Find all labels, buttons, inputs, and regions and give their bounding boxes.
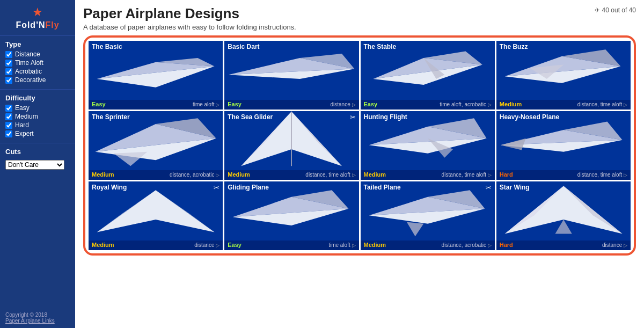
- grid-wrapper: The Basic Easy time aloft ▷ Basic Dart E…: [83, 35, 636, 256]
- bookmark-icon: ▷: [624, 102, 627, 107]
- card-tags: distance, time aloft ▷: [577, 172, 627, 178]
- card-tags: distance, time aloft ▷: [442, 172, 492, 178]
- cuts-section: Cuts Don't Care No Cuts With Cuts: [0, 143, 75, 174]
- bookmark-icon: ▷: [624, 172, 627, 178]
- filter-decorative[interactable]: Decorative: [5, 76, 70, 84]
- bookmark-icon: ▷: [488, 172, 492, 178]
- card-title: Star Wing: [500, 184, 530, 191]
- svg-marker-30: [97, 190, 215, 232]
- card-tags: time aloft, acrobatic ▷: [440, 101, 491, 107]
- logo-fly: Fly: [46, 20, 60, 30]
- paper-airplane-links[interactable]: Paper Airplane Links: [5, 318, 55, 324]
- card-title: The Basic: [92, 43, 122, 50]
- copyright-text: Copyright © 2018: [5, 312, 70, 318]
- svg-marker-16: [114, 151, 148, 166]
- card-tags: time aloft ▷: [328, 242, 355, 248]
- sidebar-footer: Copyright © 2018 Paper Airplane Links: [0, 308, 75, 328]
- difficulty-badge: Easy: [364, 101, 378, 107]
- card-title: Tailed Plane: [364, 184, 401, 191]
- difficulty-badge: Hard: [500, 171, 513, 178]
- filter-time-aloft[interactable]: Time Aloft: [5, 59, 70, 67]
- bookmark-icon: ▷: [352, 102, 356, 107]
- plane-card[interactable]: The Sprinter Medium distance, acrobatic …: [89, 111, 223, 180]
- plane-card[interactable]: Royal Wing ✂ Medium distance ▷: [89, 181, 223, 250]
- time-aloft-label: Time Aloft: [15, 59, 43, 67]
- bookmark-icon: ▷: [216, 243, 219, 248]
- cuts-label: Cuts: [5, 148, 70, 156]
- plane-card[interactable]: Hunting Flight Medium distance, time alo…: [361, 111, 495, 180]
- bookmark-icon: ▷: [352, 243, 356, 248]
- difficulty-badge: Medium: [92, 171, 114, 178]
- type-filter-section: Type Distance Time Aloft Acrobatic Decor…: [0, 36, 75, 90]
- hard-checkbox[interactable]: [5, 122, 12, 129]
- medium-checkbox[interactable]: [5, 113, 12, 120]
- easy-checkbox[interactable]: [5, 105, 12, 112]
- easy-label: Easy: [15, 104, 30, 112]
- page-title: Paper Airplane Designs: [83, 5, 636, 22]
- distance-checkbox[interactable]: [5, 51, 12, 58]
- bookmark-icon: ▷: [624, 243, 627, 248]
- plane-card[interactable]: The Basic Easy time aloft ▷: [89, 41, 223, 110]
- main-content: Paper Airplane Designs A database of pap…: [75, 0, 644, 328]
- card-tags: distance, acrobatic ▷: [170, 172, 219, 178]
- filter-medium[interactable]: Medium: [5, 113, 70, 120]
- bookmark-icon: ▷: [216, 102, 219, 107]
- bookmark-icon: ▷: [488, 243, 492, 248]
- plane-card[interactable]: The Stable Easy time aloft, acrobatic ▷: [361, 41, 495, 110]
- scissors-icon: ✂: [350, 113, 356, 121]
- difficulty-badge: Easy: [228, 242, 241, 248]
- plane-card[interactable]: Gliding Plane Easy time aloft ▷: [224, 181, 358, 250]
- svg-marker-39: [407, 222, 423, 236]
- card-tags: distance ▷: [330, 101, 355, 107]
- logo-star-icon: ★: [4, 5, 71, 19]
- difficulty-badge: Medium: [364, 242, 386, 248]
- filter-expert[interactable]: Expert: [5, 130, 70, 137]
- card-tags: distance ▷: [194, 242, 219, 248]
- plane-card[interactable]: Heavy-Nosed Plane Hard distance, time al…: [496, 111, 631, 180]
- difficulty-filter-section: Difficulty Easy Medium Hard Expert: [0, 90, 75, 143]
- card-tags: distance ▷: [602, 242, 627, 248]
- card-tags: distance, time aloft ▷: [305, 172, 355, 178]
- plane-card[interactable]: The Buzz Medium distance, time aloft ▷: [496, 41, 631, 110]
- svg-marker-43: [555, 220, 572, 234]
- card-title: Royal Wing: [92, 184, 127, 191]
- cuts-select[interactable]: Don't Care No Cuts With Cuts: [5, 160, 64, 170]
- bookmark-icon: ▷: [352, 172, 356, 178]
- decorative-label: Decorative: [15, 76, 46, 84]
- card-title: The Stable: [364, 43, 397, 50]
- card-title: The Sea Glider: [228, 113, 273, 121]
- hard-label: Hard: [15, 121, 29, 129]
- acrobatic-label: Acrobatic: [15, 68, 42, 75]
- decorative-checkbox[interactable]: [5, 77, 12, 84]
- plane-card[interactable]: Tailed Plane ✂ Medium distance, acrobati…: [361, 181, 495, 250]
- acrobatic-checkbox[interactable]: [5, 68, 12, 75]
- filter-hard[interactable]: Hard: [5, 121, 70, 129]
- card-tags: distance, acrobatic ▷: [442, 242, 492, 248]
- card-tags: time aloft ▷: [193, 101, 219, 107]
- card-title: The Sprinter: [92, 113, 130, 121]
- plane-card[interactable]: Basic Dart Easy distance ▷: [224, 41, 358, 110]
- card-title: The Buzz: [500, 43, 528, 50]
- filter-easy[interactable]: Easy: [5, 104, 70, 112]
- time-aloft-checkbox[interactable]: [5, 60, 12, 67]
- distance-label: Distance: [15, 50, 40, 58]
- card-title: Gliding Plane: [228, 184, 269, 191]
- expert-label: Expert: [15, 130, 34, 137]
- main-header: Paper Airplane Designs A database of pap…: [83, 5, 636, 31]
- scissors-icon: ✂: [486, 184, 492, 192]
- bookmark-icon: ▷: [216, 172, 219, 178]
- filter-acrobatic[interactable]: Acrobatic: [5, 68, 70, 75]
- planes-grid: The Basic Easy time aloft ▷ Basic Dart E…: [89, 41, 631, 250]
- card-tags: distance, time aloft ▷: [577, 101, 627, 107]
- expert-checkbox[interactable]: [5, 130, 12, 137]
- bookmark-icon: ▷: [488, 102, 492, 107]
- svg-marker-28: [501, 138, 526, 150]
- plane-card[interactable]: Star Wing Hard distance ▷: [496, 181, 631, 250]
- difficulty-badge: Easy: [228, 101, 241, 107]
- filter-distance[interactable]: Distance: [5, 50, 70, 58]
- difficulty-label: Difficulty: [5, 94, 70, 102]
- logo-area[interactable]: ★ Fold'NFly: [0, 0, 75, 36]
- plane-card[interactable]: The Sea Glider ✂ Medium distance, time a…: [224, 111, 358, 180]
- difficulty-badge: Medium: [500, 101, 522, 107]
- page-subtitle: A database of paper airplanes with easy …: [83, 23, 636, 31]
